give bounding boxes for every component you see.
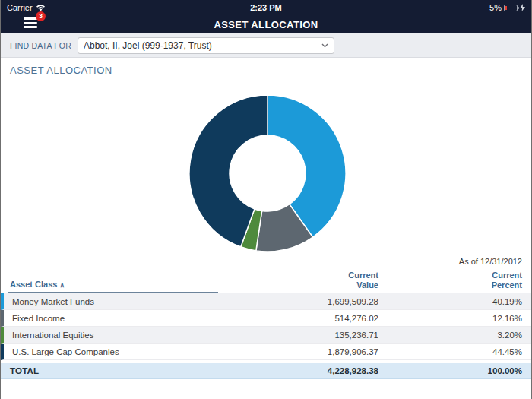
top-bar: Carrier 2:23 PM 5% 3 — [1, 0, 531, 33]
table-row[interactable]: Fixed Income 514,276.02 12.16% — [1, 310, 531, 327]
battery-icon — [504, 5, 518, 11]
current-percent-cell: 40.19% — [378, 297, 531, 306]
table-row[interactable]: U.S. Large Cap Companies 1,879,906.37 44… — [1, 344, 531, 360]
carrier-label: Carrier — [7, 3, 33, 12]
charging-bolt-icon — [520, 4, 525, 11]
sorted-column-underline — [8, 292, 218, 293]
find-data-for-bar: FIND DATA FOR Abbot, II, Joel (999-1937,… — [1, 33, 531, 58]
donut-chart[interactable] — [184, 90, 351, 257]
asset-class-cell: U.S. Large Cap Companies — [4, 347, 226, 356]
battery-percent-label: 5% — [489, 3, 502, 12]
account-select-wrap: Abbot, II, Joel (999-1937, Trust) — [78, 37, 334, 54]
total-label: TOTAL — [1, 366, 226, 375]
app-window: Carrier 2:23 PM 5% 3 — [0, 0, 532, 399]
section-title: ASSET ALLOCATION — [10, 65, 522, 76]
asset-class-cell: International Equities — [4, 331, 226, 340]
current-percent-cell: 44.45% — [378, 347, 531, 356]
wifi-icon — [36, 4, 46, 11]
total-value: 4,228,928.38 — [226, 366, 378, 375]
total-percent: 100.00% — [378, 366, 531, 375]
table-row[interactable]: International Equities 135,236.71 3.20% — [1, 327, 531, 344]
nav-bar: 3 ASSET ALLOCATION — [1, 15, 531, 33]
current-value-cell: 514,276.02 — [226, 314, 378, 323]
table-header-row: Asset Class∧ Current Value Current Perce… — [1, 271, 531, 293]
column-header-current-percent[interactable]: Current Percent — [378, 271, 531, 290]
notification-badge: 3 — [36, 11, 46, 21]
sort-ascending-icon: ∧ — [59, 281, 65, 289]
asset-class-cell: Money Market Funds — [4, 297, 226, 306]
page-title: ASSET ALLOCATION — [214, 19, 318, 30]
total-row: TOTAL 4,228,928.38 100.00% — [1, 363, 531, 379]
column-header-current-value[interactable]: Current Value — [226, 271, 378, 290]
find-data-for-label: FIND DATA FOR — [10, 41, 71, 50]
asset-class-cell: Fixed Income — [4, 314, 226, 323]
menu-button[interactable]: 3 — [24, 17, 40, 31]
account-select[interactable]: Abbot, II, Joel (999-1937, Trust) — [78, 37, 334, 54]
current-value-cell: 1,699,509.28 — [226, 297, 378, 306]
status-bar: Carrier 2:23 PM 5% — [1, 0, 531, 15]
column-header-asset-class[interactable]: Asset Class∧ — [1, 280, 226, 290]
table-row[interactable]: Money Market Funds 1,699,509.28 40.19% — [1, 293, 531, 310]
current-value-cell: 135,236.71 — [226, 331, 378, 340]
as-of-date: As of 12/31/2012 — [1, 257, 531, 268]
current-value-cell: 1,879,906.37 — [226, 347, 378, 356]
current-percent-cell: 12.16% — [378, 314, 531, 323]
chart-area — [1, 76, 531, 257]
status-clock: 2:23 PM — [121, 3, 411, 12]
content-area: ASSET ALLOCATION As of 12/31/2012 Asset … — [1, 65, 531, 379]
current-percent-cell: 3.20% — [378, 331, 531, 340]
asset-allocation-table: Asset Class∧ Current Value Current Perce… — [1, 271, 531, 379]
